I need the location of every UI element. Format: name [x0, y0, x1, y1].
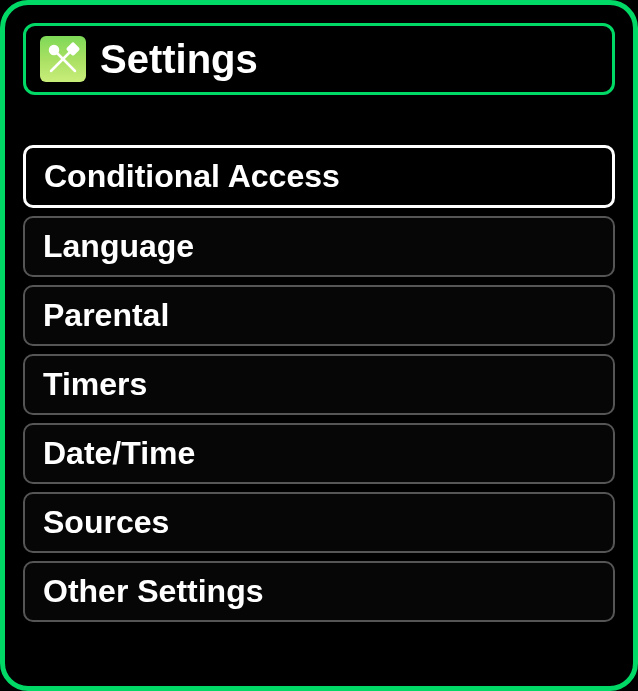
menu-item-label: Parental [43, 297, 169, 333]
menu-item-label: Sources [43, 504, 169, 540]
settings-menu: Conditional Access Language Parental Tim… [23, 145, 615, 622]
menu-item-label: Language [43, 228, 194, 264]
settings-panel: Settings Conditional Access Language Par… [0, 0, 638, 691]
menu-item-label: Conditional Access [44, 158, 340, 194]
menu-item-label: Timers [43, 366, 147, 402]
menu-item-other-settings[interactable]: Other Settings [23, 561, 615, 622]
menu-item-conditional-access[interactable]: Conditional Access [23, 145, 615, 208]
menu-item-label: Date/Time [43, 435, 195, 471]
page-title: Settings [100, 37, 258, 82]
settings-header: Settings [23, 23, 615, 95]
menu-item-parental[interactable]: Parental [23, 285, 615, 346]
svg-point-3 [50, 46, 58, 54]
menu-item-sources[interactable]: Sources [23, 492, 615, 553]
menu-item-label: Other Settings [43, 573, 263, 609]
menu-item-date-time[interactable]: Date/Time [23, 423, 615, 484]
menu-item-timers[interactable]: Timers [23, 354, 615, 415]
menu-item-language[interactable]: Language [23, 216, 615, 277]
settings-tools-icon [40, 36, 86, 82]
